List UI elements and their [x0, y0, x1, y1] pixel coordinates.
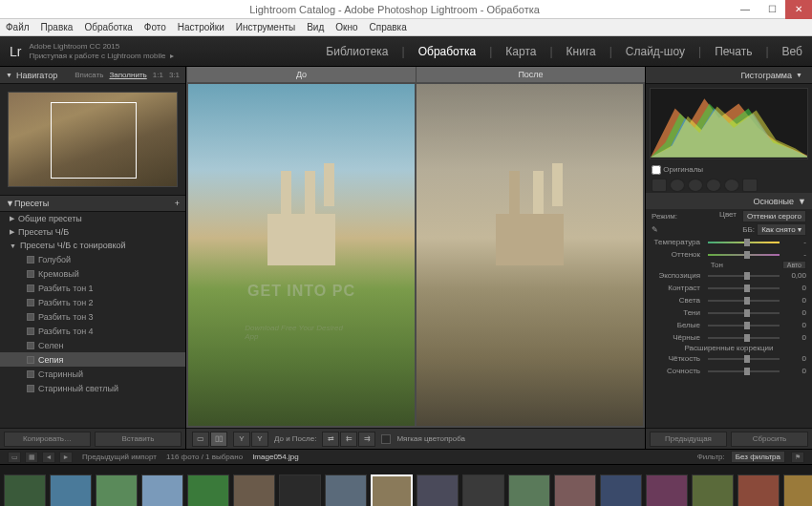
filmstrip-thumb[interactable] — [417, 474, 459, 507]
highlights-slider[interactable] — [708, 300, 780, 302]
originals-checkbox[interactable] — [652, 165, 661, 175]
menu-файл[interactable]: Файл — [6, 22, 30, 32]
module-4[interactable]: Слайд-шоу — [626, 45, 685, 58]
menu-настройки[interactable]: Настройки — [178, 22, 224, 32]
filmstrip-thumb[interactable] — [279, 474, 321, 507]
menu-правка[interactable]: Правка — [41, 22, 74, 32]
treatment-color[interactable]: Цвет — [719, 210, 737, 222]
preset-group[interactable]: ▶Пресеты Ч/Б — [0, 225, 185, 239]
grid-view-button[interactable]: ▦ — [25, 452, 38, 463]
preset-item[interactable]: Разбить тон 2 — [0, 295, 185, 309]
blacks-slider[interactable] — [708, 337, 780, 339]
vibrance-slider[interactable] — [708, 370, 780, 372]
filmstrip-thumb[interactable] — [508, 474, 550, 507]
grad-filter-tool[interactable] — [706, 179, 721, 192]
previous-button[interactable]: Предыдущая — [650, 432, 727, 447]
nav-back-button[interactable]: ◄ — [42, 452, 55, 463]
softproof-checkbox[interactable] — [381, 434, 391, 444]
loupe-view-button[interactable]: ▭ — [192, 432, 209, 447]
filmstrip-thumb[interactable] — [783, 474, 812, 507]
zoom-1:1[interactable]: 1:1 — [153, 71, 163, 79]
preset-group[interactable]: ▶Общие пресеты — [0, 212, 185, 225]
menu-окно[interactable]: Окно — [335, 22, 357, 32]
navigator-header[interactable]: ▼ Навигатор ВписатьЗаполнить1:13:1 — [0, 67, 185, 84]
nav-forward-button[interactable]: ► — [59, 452, 73, 463]
histogram[interactable] — [650, 88, 808, 159]
preset-item[interactable]: Разбить тон 3 — [0, 309, 185, 324]
window-minimize-button[interactable]: — — [732, 0, 759, 19]
shadows-slider[interactable] — [708, 312, 780, 314]
zoom-3:1[interactable]: 3:1 — [169, 71, 180, 79]
before-after-yy-button[interactable]: Y — [233, 432, 250, 447]
navigator-preview[interactable] — [8, 92, 178, 187]
auto-tone-button[interactable]: Авто — [782, 261, 806, 269]
filmstrip-thumb[interactable] — [187, 474, 229, 507]
add-preset-button[interactable]: + — [175, 199, 180, 208]
menu-справка[interactable]: Справка — [370, 22, 407, 32]
module-6[interactable]: Веб — [782, 45, 802, 58]
copy-button[interactable]: Копировать… — [4, 432, 91, 447]
filmstrip-thumb[interactable] — [233, 474, 275, 507]
contrast-slider[interactable] — [708, 287, 780, 289]
swap-button[interactable]: ⇄ — [322, 432, 339, 447]
basic-panel-header[interactable]: Основные ▼ — [646, 194, 812, 209]
wb-dropdown[interactable]: Как снято ▾ — [757, 223, 806, 236]
radial-filter-tool[interactable] — [724, 179, 739, 192]
window-close-button[interactable]: ✕ — [785, 0, 812, 19]
temperature-slider[interactable] — [708, 242, 780, 243]
whites-slider[interactable] — [708, 325, 780, 327]
module-5[interactable]: Печать — [715, 45, 752, 58]
filmstrip-thumb[interactable] — [4, 474, 46, 507]
histogram-header[interactable]: Гистограмма ▼ — [646, 67, 812, 84]
filter-dropdown[interactable]: Без фильтра — [731, 451, 785, 463]
module-2[interactable]: Карта — [505, 45, 536, 58]
brush-tool[interactable] — [742, 179, 758, 192]
clarity-slider[interactable] — [708, 358, 780, 360]
zoom-Заполнить[interactable]: Заполнить — [109, 71, 146, 79]
before-image[interactable]: GET INTO PC Download Free Your Desired A… — [188, 84, 415, 426]
preset-item[interactable]: Голубой — [0, 252, 185, 266]
before-after-split-button[interactable]: Y — [251, 432, 268, 447]
module-1[interactable]: Обработка — [418, 45, 477, 58]
filmstrip-thumb[interactable] — [600, 474, 642, 507]
module-3[interactable]: Книга — [566, 45, 596, 58]
menu-инструменты[interactable]: Инструменты — [236, 22, 295, 32]
filmstrip-thumb[interactable] — [692, 474, 734, 507]
tint-slider[interactable] — [708, 254, 780, 256]
preset-item[interactable]: Разбить тон 4 — [0, 324, 185, 338]
second-window-button[interactable]: ▭ — [8, 452, 21, 463]
redeye-tool[interactable] — [688, 179, 703, 192]
presets-header[interactable]: ▼ Пресеты + — [0, 195, 185, 212]
menu-фото[interactable]: Фото — [144, 22, 166, 32]
eyedropper-icon[interactable]: ✎ — [652, 225, 658, 234]
filmstrip-thumb[interactable] — [554, 474, 596, 507]
filmstrip-thumb[interactable] — [646, 474, 688, 507]
reset-button[interactable]: Сбросить — [731, 432, 808, 447]
flag-filter-button[interactable]: ⚑ — [791, 452, 804, 463]
preset-item[interactable]: Старинный светлый — [0, 381, 185, 395]
filmstrip-thumb[interactable] — [462, 474, 504, 507]
spot-tool[interactable] — [670, 179, 685, 192]
zoom-Вписать[interactable]: Вписать — [75, 71, 103, 79]
preset-item[interactable]: Сепия — [0, 352, 185, 367]
filmstrip-thumb[interactable] — [50, 474, 92, 507]
copy-after-button[interactable]: ⇉ — [358, 432, 375, 447]
mobile-cta[interactable]: Приступая к работе с Lightroom mobile — [29, 52, 165, 61]
filmstrip-thumb[interactable] — [96, 474, 138, 507]
preset-item[interactable]: Кремовый — [0, 266, 185, 281]
filmstrip-thumb[interactable] — [371, 474, 413, 507]
preset-item[interactable]: Селен — [0, 338, 185, 352]
source-label[interactable]: Предыдущий импорт — [82, 453, 157, 461]
filmstrip-thumb[interactable] — [737, 474, 780, 507]
filmstrip-thumb[interactable] — [141, 474, 183, 507]
compare-view-button[interactable]: ▯▯ — [210, 432, 227, 447]
preset-item[interactable]: Разбить тон 1 — [0, 281, 185, 295]
module-0[interactable]: Библиотека — [326, 45, 388, 58]
after-image[interactable] — [417, 84, 643, 426]
crop-tool[interactable] — [652, 179, 667, 192]
menu-обработка[interactable]: Обработка — [84, 22, 132, 32]
window-maximize-button[interactable]: ☐ — [759, 0, 785, 19]
treatment-grayscale[interactable]: Оттенки серого — [742, 210, 806, 222]
exposure-slider[interactable] — [708, 275, 780, 277]
preset-item[interactable]: Старинный — [0, 367, 185, 381]
